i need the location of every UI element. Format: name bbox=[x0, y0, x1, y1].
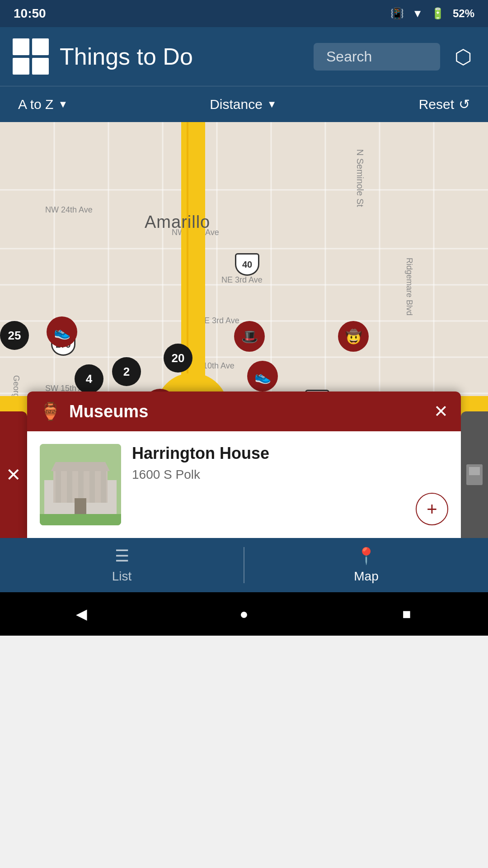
sort-az-arrow: ▼ bbox=[58, 99, 68, 110]
map-area[interactable]: N Seminole St Ridgemare Blvd S Taylor S … bbox=[0, 122, 488, 538]
tab-bar: ☰ List 📍 Map bbox=[0, 538, 488, 592]
page-title: Things to Do bbox=[60, 43, 303, 70]
svg-text:SE 3rd Ave: SE 3rd Ave bbox=[199, 316, 239, 325]
place-thumbnail bbox=[40, 444, 121, 525]
place-address: 1600 S Polk bbox=[132, 467, 448, 482]
svg-text:NW 24th Ave: NW 24th Ave bbox=[45, 205, 93, 214]
category-title: Museums bbox=[69, 402, 148, 421]
icon-marker-hat1[interactable]: 🎩 bbox=[234, 321, 265, 352]
vibrate-icon: 📳 bbox=[390, 7, 404, 20]
tab-map[interactable]: 📍 Map bbox=[244, 538, 488, 592]
left-peek-close[interactable]: ✕ bbox=[0, 411, 27, 538]
marker-4[interactable]: 4 bbox=[75, 364, 103, 393]
home-button[interactable]: ● bbox=[230, 600, 258, 627]
svg-marker-54 bbox=[51, 462, 110, 471]
marker-25[interactable]: 25 bbox=[0, 321, 29, 350]
tab-map-label: Map bbox=[354, 569, 378, 584]
category-card-header: 🏺 Museums ✕ bbox=[27, 392, 461, 431]
list-icon: ☰ bbox=[115, 547, 129, 566]
status-icons: 📳 ▼ 🔋 52% bbox=[390, 7, 474, 20]
svg-rect-49 bbox=[56, 471, 61, 503]
android-nav-bar: ◀ ● ■ bbox=[0, 592, 488, 636]
reset-label: Reset bbox=[419, 97, 454, 112]
category-card-body: Harrington House 1600 S Polk + bbox=[27, 431, 461, 538]
map-icon: 📍 bbox=[356, 547, 376, 566]
place-info: Harrington House 1600 S Polk bbox=[132, 444, 448, 482]
svg-rect-53 bbox=[101, 471, 106, 503]
wifi-icon: ▼ bbox=[412, 7, 423, 20]
marker-20[interactable]: 20 bbox=[164, 344, 192, 373]
svg-text:N Seminole St: N Seminole St bbox=[355, 149, 365, 207]
sort-distance-arrow: ▼ bbox=[267, 99, 277, 110]
icon-marker-cowboy1[interactable]: 🤠 bbox=[338, 321, 369, 352]
filter-button[interactable]: ⬡ bbox=[451, 42, 475, 72]
add-place-button[interactable]: + bbox=[416, 493, 448, 525]
category-card-close-button[interactable]: ✕ bbox=[434, 401, 448, 421]
tab-list[interactable]: ☰ List bbox=[0, 538, 244, 592]
tab-list-label: List bbox=[112, 569, 132, 584]
svg-text:SE 10th Ave: SE 10th Ave bbox=[190, 361, 235, 370]
place-name: Harrington House bbox=[132, 444, 448, 463]
svg-rect-50 bbox=[67, 471, 72, 503]
reset-icon: ↺ bbox=[459, 96, 470, 112]
svg-rect-52 bbox=[89, 471, 95, 503]
back-button[interactable]: ◀ bbox=[68, 600, 95, 627]
svg-rect-56 bbox=[40, 514, 121, 525]
sort-az-label: A to Z bbox=[18, 97, 53, 112]
battery-icon: 🔋 bbox=[431, 7, 445, 20]
svg-text:Georgia St: Georgia St bbox=[12, 375, 21, 414]
battery-percent: 52% bbox=[453, 7, 474, 20]
city-label: Amarillo bbox=[145, 212, 210, 232]
category-icon: 🏺 bbox=[40, 401, 61, 421]
highway-shield-40: 40 bbox=[235, 253, 259, 276]
category-title-wrap: 🏺 Museums bbox=[40, 401, 148, 421]
recent-button[interactable]: ■ bbox=[393, 600, 420, 627]
svg-rect-58 bbox=[469, 467, 480, 475]
icon-marker-shoe2[interactable]: 👟 bbox=[247, 361, 278, 392]
status-time: 10:50 bbox=[14, 6, 46, 21]
sort-distance-label: Distance bbox=[210, 97, 263, 112]
search-input[interactable] bbox=[314, 43, 440, 71]
icon-marker-shoe1[interactable]: 👟 bbox=[47, 316, 77, 347]
right-peek[interactable] bbox=[461, 411, 488, 538]
category-card: 🏺 Museums ✕ bbox=[27, 392, 461, 538]
svg-rect-51 bbox=[78, 471, 84, 503]
status-bar: 10:50 📳 ▼ 🔋 52% bbox=[0, 0, 488, 27]
svg-text:NE 3rd Ave: NE 3rd Ave bbox=[221, 275, 263, 284]
reset-button[interactable]: Reset ↺ bbox=[419, 96, 470, 112]
sort-distance-button[interactable]: Distance ▼ bbox=[210, 97, 277, 112]
app-logo bbox=[13, 38, 49, 75]
marker-2a[interactable]: 2 bbox=[112, 357, 141, 386]
sort-bar: A to Z ▼ Distance ▼ Reset ↺ bbox=[0, 86, 488, 122]
svg-text:Ridgemare Blvd: Ridgemare Blvd bbox=[405, 258, 414, 316]
app-header: Things to Do ⬡ bbox=[0, 27, 488, 86]
sort-az-button[interactable]: A to Z ▼ bbox=[18, 97, 68, 112]
